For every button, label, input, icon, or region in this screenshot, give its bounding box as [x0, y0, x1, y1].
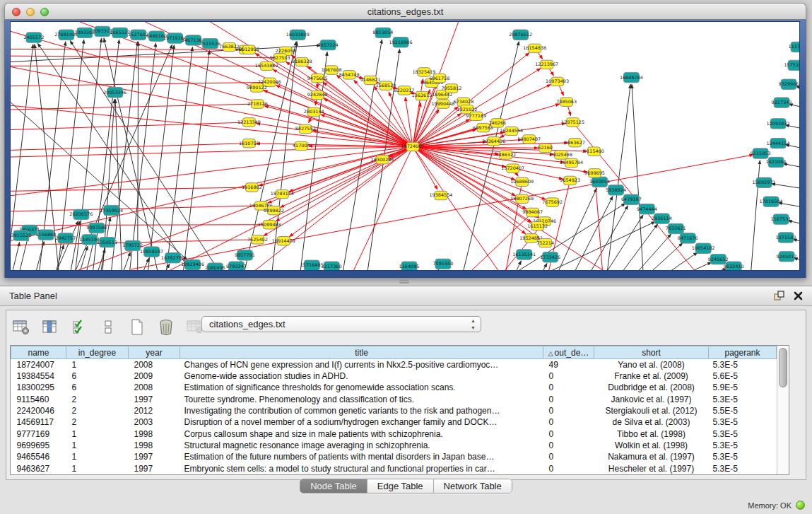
network-canvas[interactable]: 2405572276914061093303209331710653271527…	[10, 21, 800, 271]
cell-pagerank[interactable]: 5.3E-5	[709, 359, 777, 370]
cell-in_degree[interactable]: 2	[66, 405, 129, 416]
cell-name[interactable]: 9463627	[11, 463, 66, 474]
create-column-icon[interactable]	[128, 318, 146, 337]
cell-pagerank[interactable]: 5.6E-5	[709, 370, 777, 382]
cell-pagerank[interactable]: 5.9E-5	[709, 382, 777, 393]
cell-pagerank[interactable]: 5.3E-5	[709, 428, 777, 440]
column-header-in_degree[interactable]: in_degree	[66, 346, 129, 359]
column-header-out_de[interactable]: △out_de…	[543, 346, 594, 359]
tab-network-table[interactable]: Network Table	[434, 479, 512, 493]
tab-node-table[interactable]: Node Table	[300, 479, 367, 493]
cell-in_degree[interactable]: 1	[66, 440, 129, 451]
table-row[interactable]: 1830029562008Estimation of significance …	[11, 382, 777, 393]
cell-short[interactable]: Yano et al. (2008)	[594, 359, 709, 370]
cell-name[interactable]: 9699695	[11, 440, 66, 451]
cell-out_degree[interactable]: 0	[543, 405, 594, 416]
cell-in_degree[interactable]: 2	[66, 416, 129, 428]
cell-year[interactable]: 2003	[129, 416, 180, 428]
cell-title[interactable]: Investigating the contribution of common…	[180, 405, 543, 416]
cell-name[interactable]: 18724007	[11, 359, 66, 370]
column-header-title[interactable]: title	[180, 346, 543, 359]
close-panel-icon[interactable]	[793, 291, 804, 301]
cell-in_degree[interactable]: 1	[66, 359, 129, 370]
cell-in_degree[interactable]: 2	[66, 394, 129, 405]
cell-out_degree[interactable]: 0	[543, 394, 594, 405]
table-row[interactable]: 946554611997Estimation of the future num…	[11, 451, 777, 462]
tab-edge-table[interactable]: Edge Table	[367, 479, 434, 493]
cell-year[interactable]: 1997	[129, 463, 180, 474]
cell-year[interactable]: 2009	[129, 370, 180, 382]
table-row[interactable]: 1456911722003Disruption of a novel membe…	[11, 416, 777, 428]
cell-in_degree[interactable]: 1	[66, 463, 129, 474]
cell-title[interactable]: Estimation of significance thresholds fo…	[180, 382, 543, 393]
cell-year[interactable]: 1998	[129, 428, 180, 440]
cell-name[interactable]: 9115460	[11, 394, 66, 405]
table-row[interactable]: 911546021997Tourette syndrome. Phenomeno…	[11, 394, 777, 405]
cell-name[interactable]: 19384554	[11, 370, 66, 382]
network-table-select[interactable]: citations_edges.txt ▲▼	[201, 316, 481, 332]
table-row[interactable]: 969969511998Structural magnetic resonanc…	[11, 440, 777, 451]
cell-in_degree[interactable]: 1	[66, 451, 129, 462]
delete-columns-icon[interactable]	[157, 318, 175, 337]
cell-name[interactable]: 18300295	[11, 382, 66, 393]
column-header-short[interactable]: short	[594, 346, 709, 359]
table-scrollbar-thumb[interactable]	[779, 348, 787, 387]
cell-title[interactable]: Corpus callosum shape and size in male p…	[180, 428, 543, 440]
cell-name[interactable]: 9465546	[11, 451, 66, 462]
table-row[interactable]: 977716911998Corpus callosum shape and si…	[11, 428, 777, 440]
table-row[interactable]: 2242004622012Investigating the contribut…	[11, 405, 777, 416]
cell-out_degree[interactable]: 0	[543, 428, 594, 440]
panel-divider-handle[interactable]	[398, 279, 411, 284]
cell-title[interactable]: Disruption of a novel member of a sodium…	[180, 416, 543, 428]
cell-out_degree[interactable]: 0	[543, 416, 594, 428]
cell-short[interactable]: Dudbridge et al. (2008)	[594, 382, 709, 393]
memory-ok-icon[interactable]	[796, 501, 805, 510]
cell-pagerank[interactable]: 5.3E-5	[709, 416, 777, 428]
cell-in_degree[interactable]: 6	[66, 370, 129, 382]
cell-title[interactable]: Tourette syndrome. Phenomenology and cla…	[180, 394, 543, 405]
table-rows-icon[interactable]	[99, 318, 117, 337]
cell-title[interactable]: Changes of HCN gene expression and I(f) …	[180, 359, 543, 370]
cell-pagerank[interactable]: 5.3E-5	[709, 394, 777, 405]
cell-year[interactable]: 1998	[129, 440, 180, 451]
minimize-window-icon[interactable]	[26, 8, 35, 16]
close-window-icon[interactable]	[12, 8, 20, 16]
show-columns-icon[interactable]	[41, 318, 59, 337]
cell-title[interactable]: Genome-wide association studies in ADHD.	[180, 370, 543, 382]
cell-title[interactable]: Embryonic stem cells: a model to study s…	[180, 463, 543, 474]
cell-title[interactable]: Estimation of the future numbers of pati…	[180, 451, 543, 462]
cell-out_degree[interactable]: 0	[543, 440, 594, 451]
cell-name[interactable]: 22420046	[11, 405, 66, 416]
table-row[interactable]: 1872400712008Changes of HCN gene express…	[11, 359, 777, 370]
cell-pagerank[interactable]: 5.3E-5	[709, 440, 777, 451]
cell-name[interactable]: 14569117	[11, 416, 66, 428]
column-header-name[interactable]: name	[11, 346, 66, 359]
cell-out_degree[interactable]: 49	[543, 359, 594, 370]
cell-in_degree[interactable]: 1	[66, 428, 129, 440]
table-row[interactable]: 1938455462009Genome-wide association stu…	[11, 370, 777, 382]
cell-name[interactable]: 9777169	[11, 428, 66, 440]
cell-short[interactable]: Tibbo et al. (1998)	[594, 428, 709, 440]
cell-short[interactable]: Franke et al. (2009)	[594, 370, 709, 382]
zoom-window-icon[interactable]	[40, 8, 49, 16]
cell-title[interactable]: Structural magnetic resonance image aver…	[180, 440, 543, 451]
column-header-year[interactable]: year	[129, 346, 180, 359]
cell-short[interactable]: Hescheler et al. (1997)	[594, 463, 709, 474]
cell-pagerank[interactable]: 5.5E-5	[709, 405, 777, 416]
cell-out_degree[interactable]: 0	[543, 463, 594, 474]
cell-short[interactable]: de Silva et al. (2003)	[594, 416, 709, 428]
cell-year[interactable]: 2008	[129, 382, 180, 393]
table-scrollbar[interactable]	[777, 346, 789, 474]
table-row[interactable]: 946362711997Embryonic stem cells: a mode…	[11, 463, 777, 474]
cell-out_degree[interactable]: 0	[543, 370, 594, 382]
cell-out_degree[interactable]: 0	[543, 382, 594, 393]
cell-short[interactable]: Nakamura et al. (1997)	[594, 451, 709, 462]
cell-out_degree[interactable]: 0	[543, 451, 594, 462]
cell-short[interactable]: Jankovic et al. (1997)	[594, 394, 709, 405]
float-panel-icon[interactable]	[773, 290, 784, 301]
cell-year[interactable]: 1997	[129, 394, 180, 405]
cell-year[interactable]: 2008	[129, 359, 180, 370]
select-rows-icon[interactable]	[70, 318, 88, 337]
cell-in_degree[interactable]: 6	[66, 382, 129, 393]
table-mode-icon[interactable]	[12, 318, 30, 337]
